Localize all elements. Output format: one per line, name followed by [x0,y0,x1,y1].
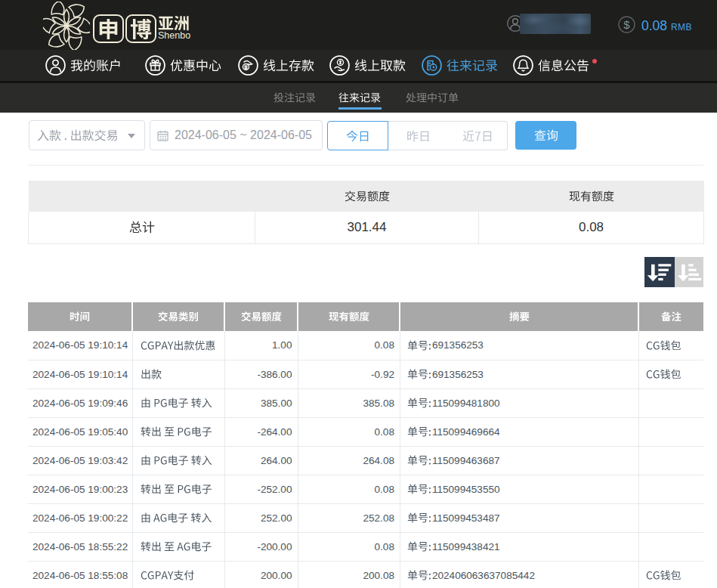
svg-text:$: $ [623,18,630,31]
